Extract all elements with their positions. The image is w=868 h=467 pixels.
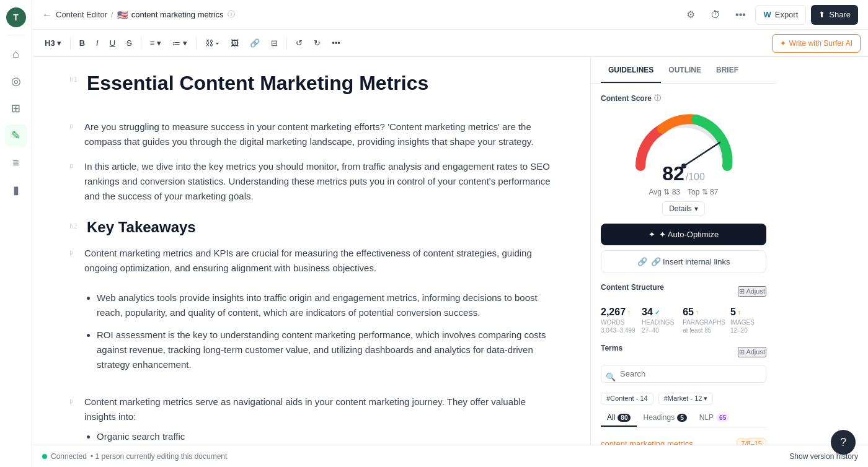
toolbar-divider-4 bbox=[286, 37, 287, 50]
article-title: Essential Content Marketing Metrics bbox=[87, 72, 428, 95]
editor[interactable]: h1 Essential Content Marketing Metrics p… bbox=[32, 57, 590, 445]
structure-adjust-button[interactable]: ⊞ Adjust bbox=[738, 286, 766, 297]
surfer-ai-label: Write with Surfer AI bbox=[789, 39, 852, 48]
help-button[interactable]: ? bbox=[831, 430, 856, 455]
images-range: 12–20 bbox=[730, 327, 766, 334]
paragraphs-trend: ↑ bbox=[696, 309, 699, 316]
bullet-item-3: Organic search traffic bbox=[97, 429, 553, 444]
more-options-button[interactable]: ••• bbox=[327, 34, 345, 53]
tag-content[interactable]: #Content - 14 bbox=[601, 393, 653, 404]
bullet-list-1-block: Web analytics tools provide insights int… bbox=[69, 286, 553, 385]
editor-toolbar: H3 ▾ B I U S ≡ ▾ ≔ ▾ ⛓ ▾ 🖼 🔗 ⊟ ↺ ↻ ••• ✦… bbox=[32, 30, 868, 57]
status-bar: Connected • 1 person currently editing t… bbox=[32, 445, 868, 467]
back-button[interactable]: ← bbox=[42, 9, 52, 20]
auto-optimize-button[interactable]: ✦ ✦ Auto-Optimize bbox=[601, 224, 766, 245]
struct-paragraphs: 65 ↑ PARAGRAPHS at least 85 bbox=[683, 307, 725, 334]
heading2: Key Takeaways bbox=[87, 219, 196, 236]
sidebar-item-edit[interactable]: ✎ bbox=[5, 124, 27, 147]
image-button[interactable]: 🖼 bbox=[226, 34, 244, 53]
search-container: 🔍 bbox=[601, 365, 766, 388]
heading-selector[interactable]: H3 ▾ bbox=[40, 34, 66, 53]
toolbar-divider-3 bbox=[196, 37, 197, 50]
sidebar-item-chart[interactable]: ▮ bbox=[5, 179, 27, 201]
paragraph-2: In this article, we dive into the key me… bbox=[84, 159, 553, 204]
history-button[interactable]: ⏱ bbox=[706, 5, 725, 25]
paragraph-3: Content marketing metrics and KPIs are c… bbox=[84, 246, 553, 276]
terms-tab-nlp[interactable]: NLP 65 bbox=[693, 409, 735, 427]
undo-button[interactable]: ↺ bbox=[291, 34, 308, 53]
details-button[interactable]: Details ▾ bbox=[662, 201, 705, 216]
breadcrumb-info-icon[interactable]: ⓘ bbox=[228, 9, 235, 20]
images-label: IMAGES bbox=[730, 319, 766, 326]
content-score-info-icon[interactable]: ⓘ bbox=[654, 94, 661, 103]
terms-search-input[interactable] bbox=[601, 365, 766, 383]
strikethrough-button[interactable]: S bbox=[122, 34, 137, 53]
toolbar-divider-2 bbox=[141, 37, 141, 50]
format-button[interactable]: ⊟ bbox=[266, 34, 283, 53]
settings-button[interactable]: ⚙ bbox=[681, 5, 701, 25]
italic-button[interactable]: I bbox=[91, 34, 104, 53]
avg-stat: Avg ⇅ 83 bbox=[649, 188, 680, 196]
surfer-ai-button[interactable]: ✦ Write with Surfer AI bbox=[772, 34, 861, 53]
topbar-right: ⚙ ⏱ ••• W Export ⬆ Share bbox=[681, 5, 858, 25]
bullet-list-1: Web analytics tools provide insights int… bbox=[84, 290, 553, 380]
share-button[interactable]: ⬆ Share bbox=[811, 5, 858, 25]
headings-badge: 5 bbox=[677, 414, 687, 422]
auto-optimize-label: ✦ Auto-Optimize bbox=[659, 230, 719, 239]
sidebar-item-globe[interactable]: ◎ bbox=[5, 70, 27, 92]
list-button[interactable]: ≔ ▾ bbox=[167, 34, 192, 53]
panel-content: Content Score ⓘ bbox=[591, 84, 776, 445]
p-label-2: p bbox=[69, 159, 79, 204]
p-label-4 bbox=[69, 286, 79, 385]
align-button[interactable]: ≡ ▾ bbox=[145, 34, 166, 53]
user-avatar[interactable]: T bbox=[6, 7, 26, 27]
redo-button[interactable]: ↻ bbox=[309, 34, 326, 53]
bullet-list-2: Organic search traffic Views Traffic sou… bbox=[84, 429, 553, 445]
tab-outline[interactable]: OUTLINE bbox=[661, 57, 709, 83]
tag-market[interactable]: #Market - 12 ▾ bbox=[658, 393, 714, 404]
topbar-left: ← Content Editor / 🇺🇸 content marketing … bbox=[42, 9, 676, 20]
status-left: Connected • 1 person currently editing t… bbox=[42, 452, 227, 461]
terms-adjust-button[interactable]: ⊞ Adjust bbox=[738, 347, 766, 357]
export-label: Export bbox=[775, 10, 799, 19]
tags-row: #Content - 14 #Market - 12 ▾ bbox=[601, 393, 766, 404]
words-trend: ↑ bbox=[627, 309, 631, 316]
all-badge: 80 bbox=[618, 414, 631, 422]
structure-label: Content Structure bbox=[601, 283, 664, 292]
sidebar-item-grid[interactable]: ⊞ bbox=[5, 97, 27, 120]
p-label-3: p bbox=[69, 246, 79, 276]
term-item-metrics: content marketing metrics 7/8–15 bbox=[601, 435, 766, 445]
struct-headings: 34 ✓ HEADINGS 27–40 bbox=[642, 307, 678, 334]
struct-words: 2,267 ↑ WORDS 3,043–3,499 bbox=[601, 307, 637, 334]
gauge-container: 82 /100 Avg ⇅ 83 Top ⇅ 87 Details ▾ bbox=[601, 110, 766, 216]
export-button[interactable]: W Export bbox=[755, 5, 806, 25]
paragraph-1-block: p Are you struggling to measure success … bbox=[69, 120, 553, 149]
terms-tab-headings[interactable]: Headings 5 bbox=[637, 409, 693, 427]
images-value: 5 bbox=[730, 307, 736, 318]
content-area: h1 Essential Content Marketing Metrics p… bbox=[32, 57, 868, 445]
internal-links-button[interactable]: 🔗 🔗 Insert internal links bbox=[601, 250, 766, 273]
underline-button[interactable]: U bbox=[105, 34, 120, 53]
tab-brief[interactable]: BRIEF bbox=[709, 57, 746, 83]
paragraph-4-block: p Content marketing metrics serve as nav… bbox=[69, 395, 553, 445]
breadcrumb-parent: Content Editor bbox=[56, 10, 107, 19]
bullet-item-2: ROI assessment is the key to understandi… bbox=[97, 328, 553, 372]
tab-guidelines[interactable]: GUIDELINES bbox=[601, 57, 661, 83]
bullet-item-1: Web analytics tools provide insights int… bbox=[97, 290, 553, 320]
link-button[interactable]: ⛓ ▾ bbox=[200, 34, 225, 53]
terms-tab-all[interactable]: All 80 bbox=[601, 409, 637, 427]
main-area: ← Content Editor / 🇺🇸 content marketing … bbox=[32, 0, 868, 467]
sidebar-item-list[interactable]: ≡ bbox=[5, 152, 27, 174]
url-button[interactable]: 🔗 bbox=[245, 34, 265, 53]
headings-label: HEADINGS bbox=[642, 319, 678, 326]
h1-label: h1 bbox=[69, 72, 82, 84]
more-button[interactable]: ••• bbox=[730, 5, 750, 25]
sidebar-divider-1 bbox=[7, 35, 25, 35]
sidebar-item-home[interactable]: ⌂ bbox=[5, 43, 27, 65]
score-value: 82 /100 bbox=[662, 162, 705, 185]
toolbar-divider-1 bbox=[70, 37, 71, 50]
headings-value: 34 bbox=[642, 307, 653, 318]
bold-button[interactable]: B bbox=[74, 34, 90, 53]
wp-icon: W bbox=[763, 10, 771, 19]
paragraph-1: Are you struggling to measure success in… bbox=[84, 120, 553, 149]
